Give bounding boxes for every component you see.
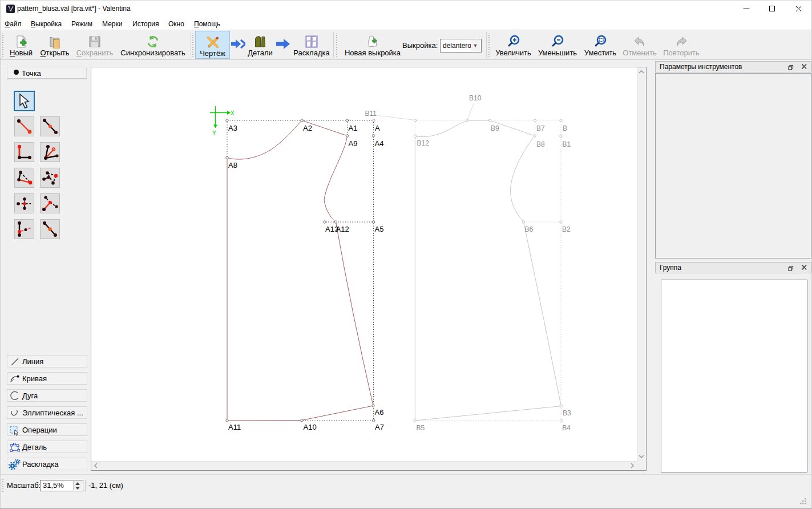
svg-text:B4: B4 bbox=[562, 424, 571, 432]
svg-text:A8: A8 bbox=[228, 161, 237, 169]
svg-text:B9: B9 bbox=[491, 124, 499, 132]
svg-text:A1: A1 bbox=[349, 124, 358, 132]
svg-text:B2: B2 bbox=[562, 225, 571, 233]
svg-text:A10: A10 bbox=[304, 423, 317, 431]
svg-text:B11: B11 bbox=[365, 110, 377, 118]
svg-text:B3: B3 bbox=[563, 409, 571, 417]
svg-text:A7: A7 bbox=[375, 423, 384, 431]
svg-text:A11: A11 bbox=[228, 423, 241, 431]
svg-text:B12: B12 bbox=[417, 139, 430, 147]
svg-text:B6: B6 bbox=[525, 225, 534, 233]
svg-text:B: B bbox=[563, 124, 567, 132]
svg-text:A12: A12 bbox=[336, 225, 349, 233]
svg-text:B1: B1 bbox=[563, 140, 571, 148]
svg-text:A6: A6 bbox=[375, 408, 384, 417]
svg-text:A3: A3 bbox=[228, 124, 237, 132]
svg-text:A2: A2 bbox=[303, 124, 312, 132]
svg-text:B7: B7 bbox=[536, 124, 545, 132]
svg-text:A5: A5 bbox=[375, 225, 384, 233]
svg-text:B10: B10 bbox=[469, 94, 482, 102]
svg-text:A4: A4 bbox=[375, 139, 384, 148]
svg-text:B8: B8 bbox=[536, 140, 545, 148]
svg-text:A: A bbox=[375, 124, 380, 132]
svg-text:B5: B5 bbox=[417, 424, 425, 432]
svg-text:X: X bbox=[231, 110, 235, 116]
svg-text:Y: Y bbox=[212, 130, 216, 136]
svg-text:A9: A9 bbox=[349, 139, 358, 148]
